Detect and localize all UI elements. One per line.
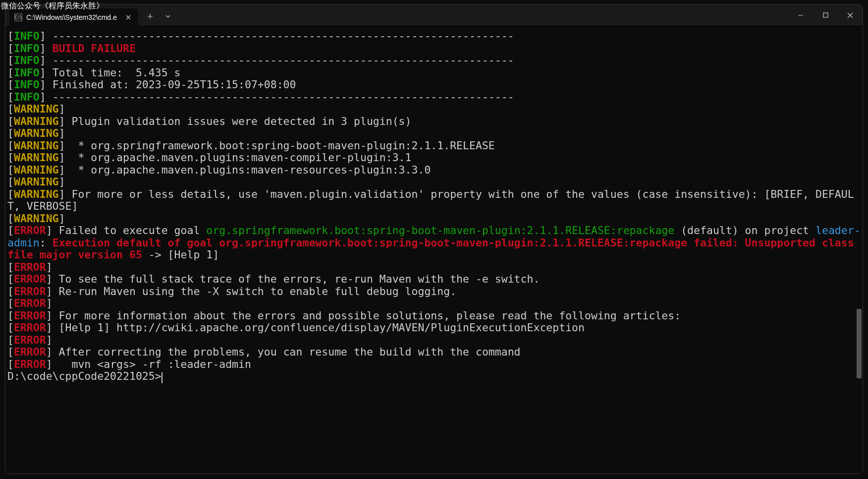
- terminal-line: [ERROR]: [7, 334, 861, 347]
- terminal-line: [ERROR] Failed to execute goal org.sprin…: [7, 225, 861, 261]
- terminal-line: [WARNING] * org.springframework.boot:spr…: [7, 140, 861, 152]
- terminal-line: [ERROR] mvn <args> -rf :leader-admin: [7, 359, 861, 371]
- terminal-line: [ERROR]: [7, 298, 861, 310]
- terminal-line: [INFO] BUILD FAILURE: [7, 43, 861, 55]
- terminal-line: [ERROR] Re-run Maven using the -X switch…: [7, 286, 861, 298]
- svg-rect-0: [823, 13, 828, 17]
- terminal-line: [INFO] ---------------------------------…: [7, 55, 861, 67]
- tab-title: C:\Windows\System32\cmd.e: [26, 13, 119, 21]
- terminal-line: [INFO] Finished at: 2023-09-25T15:15:07+…: [7, 79, 861, 91]
- terminal-line: [ERROR] [Help 1] http://cwiki.apache.org…: [7, 322, 861, 334]
- watermark-text: 微信公众号《程序员朱永胜》: [1, 1, 104, 11]
- new-tab-button[interactable]: [141, 7, 159, 25]
- terminal-line: [ERROR] For more information about the e…: [7, 310, 861, 322]
- terminal-content[interactable]: [INFO] ---------------------------------…: [7, 30, 861, 383]
- terminal-line: [WARNING]: [7, 103, 861, 116]
- titlebar: C:\ C:\Windows\System32\cmd.e: [5, 4, 863, 26]
- maximize-button[interactable]: [813, 6, 838, 24]
- terminal-line: [WARNING] * org.apache.maven.plugins:mav…: [7, 152, 861, 164]
- terminal-window: C:\ C:\Windows\System32\cmd.e: [5, 4, 863, 474]
- terminal-line: [ERROR] To see the full stack trace of t…: [7, 273, 861, 286]
- terminal-line: [WARNING]: [7, 213, 861, 225]
- close-button[interactable]: [838, 6, 863, 24]
- cursor: [162, 372, 163, 383]
- terminal-line: [ERROR] After correcting the problems, y…: [7, 346, 861, 359]
- prompt-line[interactable]: D:\code\cppCode20221025>: [7, 370, 861, 383]
- tab-dropdown-button[interactable]: [159, 7, 177, 25]
- terminal-line: [WARNING]: [7, 127, 861, 140]
- terminal-line: [WARNING] Plugin validation issues were …: [7, 116, 861, 128]
- scrollbar-thumb[interactable]: [857, 309, 862, 378]
- terminal-line: [WARNING] * org.apache.maven.plugins:mav…: [7, 164, 861, 177]
- terminal-line: [ERROR]: [7, 261, 861, 274]
- terminal-body[interactable]: [INFO] ---------------------------------…: [5, 26, 863, 474]
- terminal-line: [INFO] ---------------------------------…: [7, 30, 861, 43]
- minimize-button[interactable]: [788, 6, 813, 24]
- cmd-icon: C:\: [14, 13, 22, 21]
- tab-close-button[interactable]: [123, 12, 133, 22]
- terminal-line: [INFO] ---------------------------------…: [7, 91, 861, 104]
- terminal-line: [INFO] Total time: 5.435 s: [7, 67, 861, 79]
- terminal-line: [WARNING] For more or less details, use …: [7, 188, 861, 213]
- terminal-line: [WARNING]: [7, 176, 861, 188]
- window-controls: [788, 4, 863, 26]
